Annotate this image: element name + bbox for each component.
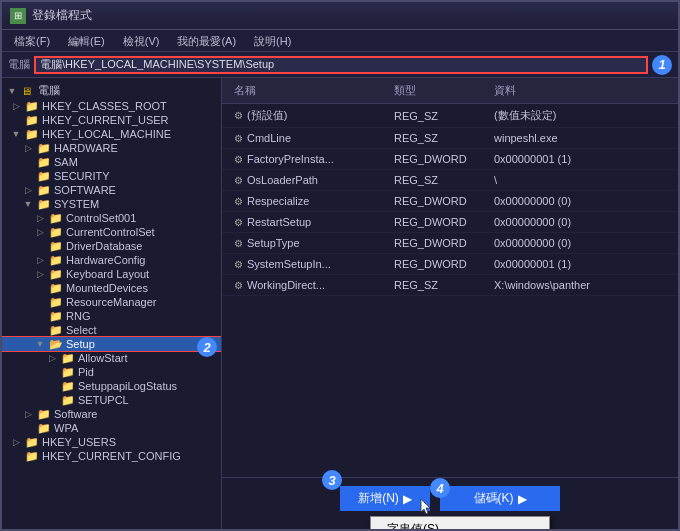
tree-item-pid[interactable]: 📁 Pid: [2, 365, 221, 379]
tree-item-controlset001[interactable]: ▷ 📁 ControlSet001: [2, 211, 221, 225]
spls-folder: 📁: [61, 380, 75, 392]
menu-edit[interactable]: 編輯(E): [60, 32, 113, 49]
menu-view[interactable]: 檢視(V): [115, 32, 168, 49]
tree-item-select[interactable]: 📁 Select: [2, 323, 221, 337]
md-expand: [34, 282, 46, 294]
tree-item-hkey-current-config[interactable]: 📁 HKEY_CURRENT_CONFIG: [2, 449, 221, 463]
rng-label: RNG: [66, 310, 90, 322]
tree-item-software2[interactable]: ▷ 📁 Software: [2, 407, 221, 421]
reg-icon-0: ⚙: [234, 110, 243, 121]
tree-item-mounteddevices[interactable]: 📁 MountedDevices: [2, 281, 221, 295]
tree-item-classes-root[interactable]: ▷ 📁 HKEY_CLASSES_ROOT: [2, 99, 221, 113]
button-row: 3 新增(N) ▶ 4 儲碼(K) ▶ 字串值(S): [332, 478, 568, 519]
badge-1: 1: [652, 55, 672, 75]
tree-item-keyboard-layout[interactable]: ▷ 📁 Keyboard Layout: [2, 267, 221, 281]
row3-data: \: [490, 172, 670, 188]
tree-item-rng[interactable]: 📁 RNG: [2, 309, 221, 323]
local-machine-label: HKEY_LOCAL_MACHINE: [42, 128, 171, 140]
table-row[interactable]: ⚙ CmdLine REG_SZ winpeshl.exe: [222, 128, 678, 149]
sw2-label: Software: [54, 408, 97, 420]
tree-item-resourcemanager[interactable]: 📁 ResourceManager: [2, 295, 221, 309]
window-title: 登錄檔程式: [32, 7, 92, 24]
hardware-expand: ▷: [22, 142, 34, 154]
security-folder: 📁: [37, 170, 51, 182]
menu-bar: 檔案(F) 編輯(E) 檢視(V) 我的最愛(A) 說明(H): [2, 30, 678, 52]
table-row[interactable]: ⚙ (預設值) REG_SZ (數值未設定): [222, 104, 678, 128]
hcc-expand: [10, 450, 22, 462]
menu-favorites[interactable]: 我的最愛(A): [169, 32, 244, 49]
reg-icon-2: ⚙: [234, 154, 243, 165]
row3-type: REG_SZ: [390, 172, 490, 188]
hu-expand: ▷: [10, 436, 22, 448]
hcc-folder: 📁: [25, 450, 39, 462]
tree-item-allowstart[interactable]: ▷ 📁 AllowStart: [2, 351, 221, 365]
row8-data: X:\windows\panther: [490, 277, 670, 293]
ccs-label: CurrentControlSet: [66, 226, 155, 238]
table-row[interactable]: ⚙ RestartSetup REG_DWORD 0x00000000 (0): [222, 212, 678, 233]
md-label: MountedDevices: [66, 282, 148, 294]
row5-data: 0x00000000 (0): [490, 214, 670, 230]
tree-item-local-machine[interactable]: ▼ 📁 HKEY_LOCAL_MACHINE: [2, 127, 221, 141]
tree-item-hardwareconfig[interactable]: ▷ 📁 HardwareConfig: [2, 253, 221, 267]
menu-file[interactable]: 檔案(F): [6, 32, 58, 49]
tree-item-currentcontrolset[interactable]: ▷ 📁 CurrentControlSet: [2, 225, 221, 239]
dropdown-item-string[interactable]: 字串值(S): [371, 517, 549, 529]
tree-item-system[interactable]: ▼ 📁 SYSTEM: [2, 197, 221, 211]
sw2-folder: 📁: [37, 408, 51, 420]
table-row[interactable]: ⚙ WorkingDirect... REG_SZ X:\windows\pan…: [222, 275, 678, 296]
cs001-label: ControlSet001: [66, 212, 136, 224]
new-button[interactable]: 新增(N) ▶: [340, 486, 430, 511]
dropdown-menu: 字串值(S) 二進位值(B) DWORD (32 位元) 值(D) QWORD …: [370, 516, 550, 529]
encode-button[interactable]: 儲碼(K) ▶: [440, 486, 560, 511]
tree-item-software[interactable]: ▷ 📁 SOFTWARE: [2, 183, 221, 197]
wpa-expand: [22, 422, 34, 434]
spls-label: SetuppapiLogStatus: [78, 380, 177, 392]
tree-item-driverdatabase[interactable]: 📁 DriverDatabase: [2, 239, 221, 253]
hwc-expand: ▷: [34, 254, 46, 266]
right-panel: 名稱 類型 資料 ⚙ (預設值) REG_SZ (數值未設定) ⚙: [222, 78, 678, 529]
reg-icon-3: ⚙: [234, 175, 243, 186]
table-row[interactable]: ⚙ Respecialize REG_DWORD 0x00000000 (0): [222, 191, 678, 212]
row8-type: REG_SZ: [390, 277, 490, 293]
tree-item-setuppapilogstatus[interactable]: 📁 SetuppapiLogStatus: [2, 379, 221, 393]
table-row[interactable]: ⚙ OsLoaderPath REG_SZ \: [222, 170, 678, 191]
rng-expand: [34, 310, 46, 322]
row0-data: (數值未設定): [490, 106, 670, 125]
table-header: 名稱 類型 資料: [222, 78, 678, 104]
address-input[interactable]: [34, 56, 648, 74]
tree-item-setupcl[interactable]: 📁 SETUPCL: [2, 393, 221, 407]
tree-root[interactable]: ▼ 🖥 電腦: [2, 82, 221, 99]
wpa-folder: 📁: [37, 422, 51, 434]
scl-label: SETUPCL: [78, 394, 129, 406]
tree-item-setup[interactable]: ▼ 📂 Setup 2: [2, 337, 221, 351]
tree-item-sam[interactable]: 📁 SAM: [2, 155, 221, 169]
table-row[interactable]: ⚙ FactoryPreInsta... REG_DWORD 0x0000000…: [222, 149, 678, 170]
table-row[interactable]: ⚙ SetupType REG_DWORD 0x00000000 (0): [222, 233, 678, 254]
badge-3: 3: [322, 470, 342, 490]
hu-folder: 📁: [25, 436, 39, 448]
tree-panel[interactable]: ▼ 🖥 電腦 ▷ 📁 HKEY_CLASSES_ROOT 📁 HKEY_CURR…: [2, 78, 222, 529]
tree-item-current-user[interactable]: 📁 HKEY_CURRENT_USER: [2, 113, 221, 127]
hcc-label: HKEY_CURRENT_CONFIG: [42, 450, 181, 462]
local-machine-expand: ▼: [10, 128, 22, 140]
row1-name: ⚙ CmdLine: [230, 130, 390, 146]
scl-folder: 📁: [61, 394, 75, 406]
system-expand: ▼: [22, 198, 34, 210]
tree-item-hkey-users[interactable]: ▷ 📁 HKEY_USERS: [2, 435, 221, 449]
row1-type: REG_SZ: [390, 130, 490, 146]
tree-item-wpa[interactable]: 📁 WPA: [2, 421, 221, 435]
table-body: ⚙ (預設值) REG_SZ (數值未設定) ⚙ CmdLine REG_SZ …: [222, 104, 678, 477]
classes-root-expand: ▷: [10, 100, 22, 112]
row4-type: REG_DWORD: [390, 193, 490, 209]
tree-item-security[interactable]: 📁 SECURITY: [2, 169, 221, 183]
tree-item-hardware[interactable]: ▷ 📁 HARDWARE: [2, 141, 221, 155]
row1-data: winpeshl.exe: [490, 130, 670, 146]
row0-name: ⚙ (預設值): [230, 106, 390, 125]
menu-help[interactable]: 說明(H): [246, 32, 299, 49]
ccs-expand: ▷: [34, 226, 46, 238]
reg-icon-7: ⚙: [234, 259, 243, 270]
bottom-area: 3 新增(N) ▶ 4 儲碼(K) ▶ 字串值(S): [222, 477, 678, 529]
wpa-label: WPA: [54, 422, 78, 434]
table-row[interactable]: ⚙ SystemSetupIn... REG_DWORD 0x00000001 …: [222, 254, 678, 275]
dd-expand: [34, 240, 46, 252]
